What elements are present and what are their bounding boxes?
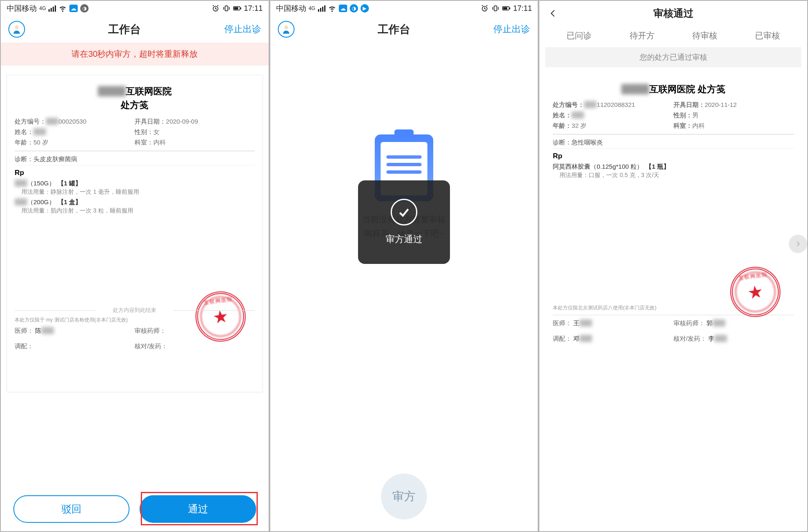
- hospital-seal: 互联网医院★: [727, 263, 784, 320]
- warning-banner: 请在30秒内审方，超时将重新释放: [1, 43, 269, 66]
- hospital-title: ████互联网医院 处方笺: [553, 82, 794, 96]
- reject-button[interactable]: 驳回: [13, 495, 130, 523]
- screen-toast: 中国移动 4G ☁ ◑ ▶ 17:11 工作台 停止出诊 当前没有处方需要审核 …: [269, 0, 539, 532]
- drug-row: xx（200G）【1 盒】: [15, 198, 255, 206]
- wifi-icon: [58, 4, 67, 13]
- svg-point-5: [15, 25, 19, 29]
- svg-rect-4: [240, 8, 241, 9]
- prescription-card: ████互联网医院 处方笺 处方编号：xx00020530 开具日期：2020-…: [7, 75, 263, 392]
- rp-label: Rp: [15, 169, 255, 177]
- rx-meta: 处方编号：x11202088321 开具日期：2020-11-12 姓名：xx …: [553, 101, 794, 134]
- cloud-icon: ☁: [339, 5, 347, 12]
- compass2-icon: ▶: [361, 4, 369, 13]
- vibrate-icon: [222, 4, 231, 13]
- svg-rect-10: [509, 8, 510, 9]
- page-title: 工作台: [108, 22, 141, 37]
- app-header: 工作台 停止出诊: [270, 16, 538, 43]
- dosage: 用法用量：肌内注射，一次 3 粒，睡前服用: [21, 207, 255, 215]
- page-title: 工作台: [378, 22, 410, 37]
- tab-pending-review[interactable]: 待审核: [692, 30, 717, 41]
- clock-label: 17:11: [244, 4, 263, 13]
- status-bar: 中国移动 4G ☁ ◑ ▶ 17:11: [270, 1, 538, 16]
- net-label: 4G: [39, 5, 46, 11]
- side-next-button[interactable]: [789, 235, 807, 253]
- status-bar: 中国移动 4G ☁ ◑ 17:11: [1, 1, 269, 16]
- tabs: 已问诊 待开方 待审核 已审核: [539, 26, 807, 46]
- svg-rect-3: [234, 7, 238, 10]
- drug-row: 阿莫西林胶囊（0.125g*100 粒）【1 瓶】: [553, 163, 794, 171]
- compass-icon: ◑: [80, 4, 89, 13]
- battery-icon: [233, 4, 241, 13]
- rx-end-line: 处方内容到此结束: [15, 307, 255, 314]
- svg-rect-1: [225, 6, 228, 11]
- prescription-card: ████互联网医院 处方笺 处方编号：x11202088321 开具日期：202…: [545, 75, 801, 400]
- check-icon: [391, 199, 417, 225]
- tab-pending-rx[interactable]: 待开方: [630, 30, 655, 41]
- diagnosis: 诊断：急性咽喉炎: [553, 134, 794, 149]
- hospital-title: ████互联网医院 处方笺: [15, 84, 255, 112]
- avatar[interactable]: [278, 21, 295, 38]
- stop-link[interactable]: 停止出诊: [493, 23, 530, 35]
- screen-approved: 审核通过 已问诊 待开方 待审核 已审核 您的处方已通过审核 ████互联网医院…: [539, 0, 808, 532]
- drug-row: xx（150G）【1 罐】: [15, 180, 255, 187]
- rp-label: Rp: [553, 152, 794, 160]
- clock-label: 17:11: [513, 4, 532, 13]
- cloud-icon: ☁: [69, 5, 78, 12]
- tab-reviewed[interactable]: 已审核: [755, 30, 780, 41]
- net-label: 4G: [309, 5, 315, 11]
- stop-link[interactable]: 停止出诊: [224, 23, 261, 35]
- action-bar: 驳回 通过: [1, 495, 269, 523]
- approve-button[interactable]: 通过: [140, 495, 256, 523]
- compass-icon: ◑: [350, 4, 358, 13]
- tab-consulted[interactable]: 已问诊: [567, 30, 592, 41]
- dosage: 用法用量：静脉注射，一次 1 毫升，睡前服用: [21, 188, 255, 196]
- app-header: 审核通过: [539, 1, 807, 26]
- page-title: 审核通过: [547, 7, 800, 20]
- app-header: 工作台 停止出诊: [1, 16, 269, 43]
- wifi-icon: [328, 4, 336, 13]
- status-banner: 您的处方已通过审核: [545, 47, 801, 67]
- rx-meta: 处方编号：xx00020530 开具日期：2020-09-09 姓名：xx 性别…: [15, 118, 255, 151]
- svg-rect-7: [494, 6, 497, 11]
- alarm-icon: [211, 4, 220, 13]
- svg-point-11: [284, 25, 288, 29]
- carrier-label: 中国移动: [7, 3, 37, 13]
- diagnosis: 诊断：头皮皮肤癣菌病: [15, 151, 255, 165]
- screen-review: 中国移动 4G ☁ ◑ 17:11 工作台 停止出诊 请在30秒内审方，超时将重…: [0, 0, 269, 532]
- svg-rect-9: [503, 7, 507, 10]
- signatures: 医师：王x 审核药师：郭x 调配：邓x 核对/发药：李x: [553, 315, 794, 343]
- battery-icon: [502, 4, 511, 13]
- dosage: 用法用量：口服，一次 0.5 克，3 次/天: [559, 172, 794, 179]
- toast-text: 审方通过: [386, 233, 422, 246]
- toast: 审方通过: [358, 180, 450, 264]
- signal-icon: [318, 5, 325, 12]
- signal-icon: [48, 5, 56, 12]
- avatar[interactable]: [8, 21, 25, 38]
- vibrate-icon: [491, 4, 500, 13]
- review-fab[interactable]: 审方: [381, 474, 427, 519]
- carrier-label: 中国移动: [276, 3, 306, 13]
- alarm-icon: [480, 4, 489, 13]
